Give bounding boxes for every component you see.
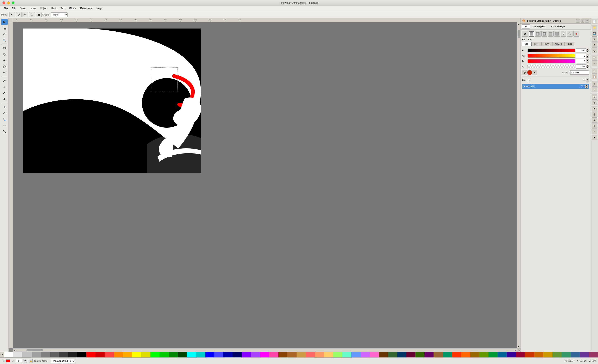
swatch-maroon[interactable] — [406, 352, 415, 357]
swatch-darkamber[interactable] — [470, 352, 479, 357]
swatch-red[interactable] — [86, 352, 95, 357]
tab-fill[interactable]: Fill — [522, 24, 530, 28]
swatch-medgreen[interactable] — [159, 352, 169, 357]
rgba-input[interactable] — [570, 70, 589, 74]
g-up[interactable]: ▲ — [586, 54, 589, 56]
cms-btn[interactable]: CMS — [564, 42, 574, 46]
swatch-midgray[interactable] — [41, 352, 50, 357]
more-btn[interactable]: ▸ — [592, 135, 597, 140]
a-input[interactable] — [576, 65, 586, 69]
swatch-btn[interactable] — [554, 31, 560, 37]
no-color-swatch[interactable]: ✕ — [0, 353, 4, 357]
rgb-btn[interactable]: RGB — [522, 42, 532, 46]
menu-filters[interactable]: Filters — [67, 7, 78, 10]
swatch-sienna[interactable] — [433, 352, 443, 357]
eyedropper-btn[interactable]: ✒ — [532, 70, 537, 75]
canvas-corner-resize[interactable]: ⊞ — [517, 348, 520, 352]
flat-color-btn[interactable] — [529, 31, 534, 37]
swatch-darkred[interactable] — [95, 352, 105, 357]
panel-max-btn[interactable]: □ — [581, 19, 584, 23]
minimize-button[interactable] — [7, 1, 10, 4]
zoom-tool[interactable]: 🔍 — [1, 38, 8, 43]
swatch-silver[interactable] — [22, 352, 31, 357]
opacity-status-input[interactable] — [16, 359, 22, 363]
align-right-btn[interactable]: ⊞ — [592, 100, 597, 105]
connector-tool[interactable] — [1, 129, 8, 134]
fill-color-box[interactable] — [6, 359, 10, 362]
unknown-paint-btn[interactable]: ? — [561, 31, 566, 37]
g-down[interactable]: ▼ — [586, 56, 589, 58]
xml-btn[interactable]: T — [592, 123, 597, 129]
pen-tool[interactable] — [1, 78, 8, 83]
scrollbar-vertical[interactable]: ▴ ▾ — [517, 22, 520, 348]
arrow-tool[interactable] — [1, 19, 8, 25]
menu-path[interactable]: Path — [49, 7, 59, 10]
calligraphy-tool[interactable] — [1, 90, 8, 96]
swatch-darkorange[interactable] — [461, 352, 470, 357]
swatch-vdarkgreen[interactable] — [178, 352, 187, 357]
swatch-skyblue[interactable] — [351, 352, 360, 357]
scroll-right-arrow[interactable]: ▸ — [514, 348, 517, 352]
import-btn[interactable]: ↓ — [592, 36, 597, 42]
lock-btn[interactable]: 🔒 — [29, 359, 33, 363]
polygon-tool[interactable] — [1, 64, 8, 70]
opacity-up[interactable]: ▲ — [585, 84, 588, 86]
hsl-btn[interactable]: HSL — [532, 42, 541, 46]
swatch-nearlblack[interactable] — [68, 352, 77, 357]
tab-stroke-paint[interactable]: Stroke paint — [531, 24, 548, 28]
swatch-peach[interactable] — [315, 352, 324, 357]
b-up[interactable]: ▲ — [586, 59, 589, 61]
unset-paint-btn2[interactable]: ♥ — [573, 31, 579, 37]
node-tool[interactable] — [1, 25, 8, 31]
swatch-black[interactable] — [77, 352, 86, 357]
swatch-midnight[interactable] — [397, 352, 406, 357]
eraser-tool[interactable] — [1, 123, 8, 128]
swatch-brown[interactable] — [278, 352, 287, 357]
r-down[interactable]: ▼ — [586, 50, 589, 52]
swatch-darkgray[interactable] — [50, 352, 59, 357]
swatch-gold[interactable] — [324, 352, 333, 357]
swatch-mint[interactable] — [342, 352, 351, 357]
dropper-tool[interactable] — [1, 110, 8, 116]
star-tool[interactable] — [1, 58, 8, 63]
swatch-purple[interactable] — [242, 352, 251, 357]
canvas-content[interactable] — [13, 22, 517, 348]
b-slider[interactable] — [528, 59, 575, 63]
r-slider[interactable] — [528, 49, 575, 52]
swatch-teal[interactable] — [443, 352, 452, 357]
zoom-in-btn[interactable]: + — [592, 81, 597, 87]
swatch-navyblue[interactable] — [233, 352, 241, 357]
swatch-moss[interactable] — [552, 352, 561, 357]
cmyk-btn[interactable]: CMYK — [541, 42, 553, 46]
save-btn[interactable]: 💾 — [592, 31, 597, 36]
swatch-emerald[interactable] — [489, 352, 498, 357]
swatch-darkcyan[interactable] — [196, 352, 205, 357]
scrollbar-horizontal[interactable]: ◂ ▸ — [13, 348, 517, 352]
scroll-up-arrow[interactable]: ▴ — [517, 22, 521, 26]
visibility-btn[interactable]: 👁 — [24, 359, 27, 363]
copy-btn[interactable]: ⎘ — [592, 68, 597, 74]
align-left-btn[interactable]: ⊟ — [592, 94, 597, 99]
b-input[interactable] — [576, 59, 586, 63]
swatch-steel[interactable] — [571, 352, 580, 357]
redo-btn[interactable]: ↪ — [592, 61, 597, 66]
menu-file[interactable]: File — [2, 7, 10, 10]
snap-btn[interactable]: ▦ — [36, 12, 42, 17]
pattern-btn[interactable] — [548, 31, 554, 37]
panel-min-btn[interactable]: _ — [576, 19, 580, 23]
circle-tool[interactable] — [1, 51, 8, 57]
new-file-btn[interactable]: 📄 — [592, 19, 597, 24]
swatch-cerulean[interactable] — [498, 352, 507, 357]
swatch-amber[interactable] — [123, 352, 132, 357]
swatch-tan[interactable] — [287, 352, 297, 357]
swatch-darkgreen[interactable] — [169, 352, 178, 357]
menu-text[interactable]: Text — [58, 7, 67, 10]
scroll-down-arrow[interactable]: ▾ — [517, 345, 521, 348]
swatch-verydarkgray[interactable] — [59, 352, 68, 357]
guides-btn[interactable]: ┼ — [592, 112, 597, 117]
shape-select[interactable]: None — [51, 12, 67, 17]
menu-layer[interactable]: Layer — [28, 7, 38, 10]
menu-extensions[interactable]: Extensions — [78, 7, 94, 10]
tweak-tool-btn[interactable]: ↺ — [23, 12, 28, 17]
swatch-lightblue[interactable] — [214, 352, 223, 357]
